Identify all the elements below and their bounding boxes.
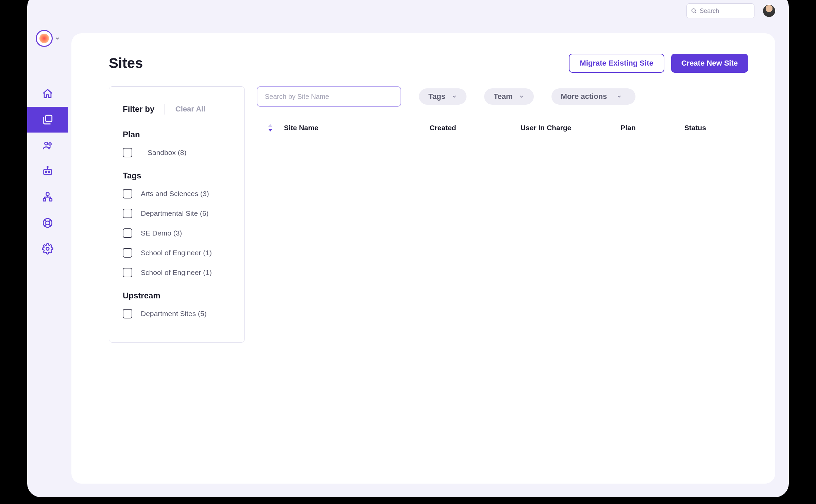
global-search[interactable] xyxy=(686,3,754,18)
app-window: Sites Migrate Existing Site Create New S… xyxy=(27,0,789,497)
svg-point-0 xyxy=(692,9,696,13)
table-header: Site Name Created User In Charge Plan St… xyxy=(257,119,748,137)
nav-settings[interactable] xyxy=(27,236,68,262)
search-icon xyxy=(691,8,697,14)
filter-item-label: SE Demo (3) xyxy=(141,229,182,237)
checkbox[interactable] xyxy=(123,148,132,157)
chevron-down-icon xyxy=(519,94,524,99)
workspace-logo xyxy=(36,30,53,47)
svg-point-9 xyxy=(47,167,48,168)
filter-item[interactable]: Sandbox (8) xyxy=(123,148,231,157)
svg-marker-24 xyxy=(268,124,272,127)
page-header: Sites Migrate Existing Site Create New S… xyxy=(109,54,748,73)
page-actions: Migrate Existing Site Create New Site xyxy=(569,54,748,73)
svg-rect-12 xyxy=(50,198,52,201)
filter-group-title: Upstream xyxy=(123,291,231,300)
sidebar xyxy=(27,81,68,262)
nav-support[interactable] xyxy=(27,210,68,236)
svg-point-7 xyxy=(48,171,50,172)
svg-line-1 xyxy=(695,12,696,13)
site-search[interactable] xyxy=(257,86,401,107)
checkbox[interactable] xyxy=(123,268,132,277)
nav-home[interactable] xyxy=(27,81,68,107)
checkbox[interactable] xyxy=(123,248,132,258)
col-user-in-charge[interactable]: User In Charge xyxy=(521,124,620,132)
svg-rect-5 xyxy=(44,169,52,175)
filter-item-label: School of Engineer (1) xyxy=(141,268,212,277)
page-title: Sites xyxy=(109,55,143,71)
svg-rect-11 xyxy=(43,198,46,201)
pill-label: Tags xyxy=(428,92,445,101)
svg-line-21 xyxy=(44,224,46,226)
filter-group-upstream: Upstream Department Sites (5) xyxy=(123,291,231,318)
filter-group-plan: Plan Sandbox (8) xyxy=(123,130,231,157)
pill-label: More actions xyxy=(561,92,607,101)
sort-toggle[interactable] xyxy=(257,124,284,132)
clear-all-button[interactable]: Clear All xyxy=(175,105,205,114)
filter-group-title: Plan xyxy=(123,130,231,139)
col-site-name[interactable]: Site Name xyxy=(284,124,429,132)
nav-bots[interactable] xyxy=(27,158,68,184)
svg-marker-25 xyxy=(268,129,272,132)
filter-group-title: Tags xyxy=(123,171,231,180)
team-dropdown[interactable]: Team xyxy=(484,88,534,105)
nav-teams[interactable] xyxy=(27,133,68,158)
filter-group-tags: Tags Arts and Sciences (3) Departmental … xyxy=(123,171,231,277)
filter-item-label: Department Sites (5) xyxy=(141,310,207,318)
filter-item-label: Sandbox (8) xyxy=(148,149,186,157)
filter-item[interactable]: Arts and Sciences (3) xyxy=(123,189,231,198)
filter-title: Filter by xyxy=(123,104,154,114)
filter-item[interactable]: SE Demo (3) xyxy=(123,228,231,238)
svg-line-19 xyxy=(44,220,46,222)
topbar xyxy=(686,3,775,18)
filter-item-label: Arts and Sciences (3) xyxy=(141,190,209,198)
chevron-down-icon xyxy=(616,94,622,99)
create-site-button[interactable]: Create New Site xyxy=(671,54,748,73)
checkbox[interactable] xyxy=(123,309,132,318)
svg-point-4 xyxy=(49,143,51,145)
svg-line-20 xyxy=(49,220,51,222)
chevron-down-icon xyxy=(452,94,457,99)
svg-point-6 xyxy=(46,171,47,172)
migrate-site-button[interactable]: Migrate Existing Site xyxy=(569,54,664,73)
workspace-switcher[interactable] xyxy=(36,30,60,47)
checkbox[interactable] xyxy=(123,228,132,238)
svg-rect-2 xyxy=(46,115,52,121)
svg-line-22 xyxy=(49,224,51,226)
col-plan[interactable]: Plan xyxy=(620,124,684,132)
list-area: Tags Team More actions xyxy=(257,86,748,343)
filter-item[interactable]: Departmental Site (6) xyxy=(123,209,231,218)
content: Filter by Clear All Plan Sandbox (8) Tag… xyxy=(109,86,748,343)
svg-point-3 xyxy=(45,142,48,145)
svg-point-23 xyxy=(46,247,49,250)
more-actions-dropdown[interactable]: More actions xyxy=(551,88,636,105)
tags-dropdown[interactable]: Tags xyxy=(419,88,466,105)
chevron-down-icon xyxy=(55,36,60,41)
filter-item-label: School of Engineer (1) xyxy=(141,249,212,257)
divider xyxy=(165,104,165,115)
filter-item[interactable]: School of Engineer (1) xyxy=(123,268,231,277)
checkbox[interactable] xyxy=(123,209,132,218)
col-created[interactable]: Created xyxy=(429,124,521,132)
checkbox[interactable] xyxy=(123,189,132,198)
filter-panel: Filter by Clear All Plan Sandbox (8) Tag… xyxy=(109,86,245,343)
filter-item[interactable]: Department Sites (5) xyxy=(123,309,231,318)
filter-item[interactable]: School of Engineer (1) xyxy=(123,248,231,258)
col-status[interactable]: Status xyxy=(684,124,748,132)
avatar[interactable] xyxy=(763,5,775,17)
nav-sites[interactable] xyxy=(27,107,68,133)
pill-label: Team xyxy=(494,92,513,101)
filter-header: Filter by Clear All xyxy=(123,104,231,115)
svg-rect-10 xyxy=(46,193,49,195)
nav-org[interactable] xyxy=(27,184,68,210)
main-panel: Sites Migrate Existing Site Create New S… xyxy=(71,33,775,484)
svg-point-18 xyxy=(46,221,49,225)
filter-item-label: Departmental Site (6) xyxy=(141,209,209,218)
site-search-input[interactable] xyxy=(265,93,393,101)
list-toolbar: Tags Team More actions xyxy=(257,86,748,107)
